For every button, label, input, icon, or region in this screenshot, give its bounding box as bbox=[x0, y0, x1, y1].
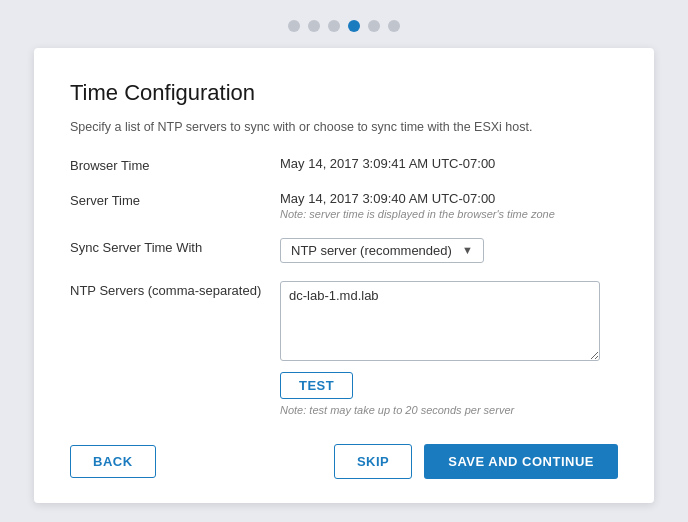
save-and-continue-button[interactable]: SAVE AND CONTINUE bbox=[424, 444, 618, 479]
footer-buttons: BACK SKIP SAVE AND CONTINUE bbox=[70, 444, 618, 479]
browser-time-label: Browser Time bbox=[70, 156, 280, 173]
server-time-label: Server Time bbox=[70, 191, 280, 208]
sync-time-select[interactable]: NTP server (recommended) ▼ bbox=[280, 238, 484, 263]
ntp-servers-input-area: dc-lab-1.md.lab TEST Note: test may take… bbox=[280, 281, 600, 416]
back-button[interactable]: BACK bbox=[70, 445, 156, 478]
right-buttons: SKIP SAVE AND CONTINUE bbox=[334, 444, 618, 479]
step-dot-3 bbox=[328, 20, 340, 32]
sync-time-label: Sync Server Time With bbox=[70, 238, 280, 255]
ntp-servers-label: NTP Servers (comma-separated) bbox=[70, 281, 280, 298]
chevron-down-icon: ▼ bbox=[462, 244, 473, 256]
server-time-value-container: May 14, 2017 3:09:40 AM UTC-07:00 Note: … bbox=[280, 191, 555, 220]
test-button-area: TEST Note: test may take up to 20 second… bbox=[280, 364, 600, 416]
server-time-row: Server Time May 14, 2017 3:09:40 AM UTC-… bbox=[70, 191, 618, 220]
step-dot-1 bbox=[288, 20, 300, 32]
step-dot-4 bbox=[348, 20, 360, 32]
card-description: Specify a list of NTP servers to sync wi… bbox=[70, 120, 618, 134]
card-title: Time Configuration bbox=[70, 80, 618, 106]
server-time-value: May 14, 2017 3:09:40 AM UTC-07:00 bbox=[280, 191, 555, 206]
server-time-note: Note: server time is displayed in the br… bbox=[280, 208, 555, 220]
test-note: Note: test may take up to 20 seconds per… bbox=[280, 404, 600, 416]
test-button[interactable]: TEST bbox=[280, 372, 353, 399]
step-dot-5 bbox=[368, 20, 380, 32]
browser-time-row: Browser Time May 14, 2017 3:09:41 AM UTC… bbox=[70, 156, 618, 173]
step-dot-2 bbox=[308, 20, 320, 32]
browser-time-value: May 14, 2017 3:09:41 AM UTC-07:00 bbox=[280, 156, 495, 171]
ntp-servers-input[interactable]: dc-lab-1.md.lab bbox=[280, 281, 600, 361]
sync-time-row: Sync Server Time With NTP server (recomm… bbox=[70, 238, 618, 263]
time-configuration-card: Time Configuration Specify a list of NTP… bbox=[34, 48, 654, 503]
sync-time-value: NTP server (recommended) bbox=[291, 243, 452, 258]
ntp-servers-row: NTP Servers (comma-separated) dc-lab-1.m… bbox=[70, 281, 618, 416]
wizard-steps bbox=[288, 20, 400, 32]
skip-button[interactable]: SKIP bbox=[334, 444, 412, 479]
step-dot-6 bbox=[388, 20, 400, 32]
